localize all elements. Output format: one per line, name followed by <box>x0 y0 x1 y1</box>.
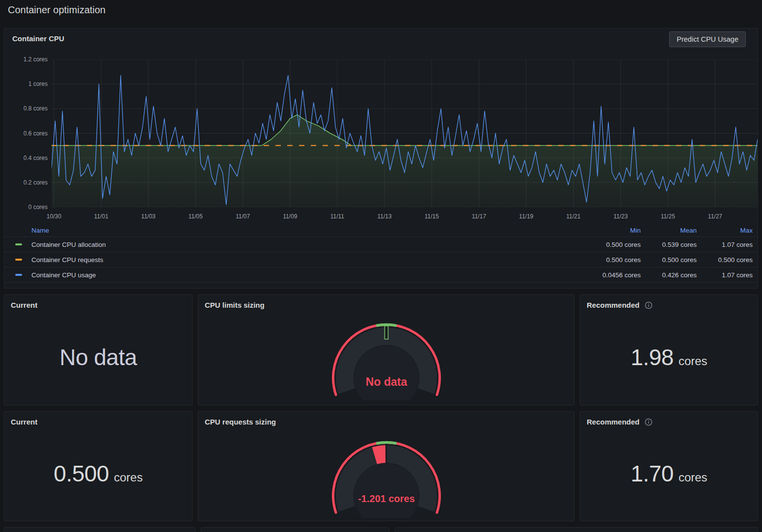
series-swatch-usage <box>15 274 22 276</box>
x-tick-label: 11/19 <box>519 213 533 220</box>
x-tick-label: 11/25 <box>661 213 675 220</box>
recommended-limit-value: 1.98 cores <box>630 344 707 371</box>
usage-max: 1.07 cores <box>697 271 753 279</box>
requests-mean: 0.500 cores <box>641 256 697 264</box>
legend-row-usage: Container CPU usage 0.0456 cores 0.426 c… <box>4 267 758 283</box>
panel-title-current-limit: Current <box>11 301 37 309</box>
x-tick-label: 11/27 <box>708 213 722 220</box>
current-request-number: 0.500 <box>54 460 109 487</box>
panel-current-request: Current 0.500 cores <box>4 411 192 521</box>
legend-header-mean[interactable]: Mean <box>641 227 697 234</box>
info-icon[interactable] <box>645 418 653 426</box>
page-title: Container optimization <box>8 4 106 16</box>
x-tick-label: 11/05 <box>189 213 203 220</box>
cpu-time-series-chart[interactable] <box>52 59 758 207</box>
series-swatch-allocation <box>15 243 22 245</box>
y-tick-label: 1 cores <box>4 80 48 88</box>
panel-recommended-request: Recommended 1.70 cores <box>580 411 758 521</box>
x-tick-label: 11/01 <box>94 213 108 220</box>
x-tick-label: 11/13 <box>378 213 392 220</box>
panel-title-recommended-request: Recommended <box>587 418 640 426</box>
y-tick-label: 0.2 cores <box>4 179 48 186</box>
series-label-requests[interactable]: Container CPU requests <box>31 256 585 264</box>
allocation-mean: 0.539 cores <box>641 241 697 248</box>
series-label-usage[interactable]: Container CPU usage <box>31 271 585 279</box>
panel-cpu-limits-sizing: CPU limits sizing No data <box>198 294 574 405</box>
x-tick-label: 10/30 <box>47 213 61 220</box>
panel-title-recommended-limit: Recommended <box>587 301 640 309</box>
legend-swatch-spacer <box>15 230 22 232</box>
legend-header-name[interactable]: Name <box>31 227 585 234</box>
gauge-value-text: -1.201 cores <box>358 493 415 504</box>
requests-max: 0.500 cores <box>697 256 753 264</box>
current-limit-value: No data <box>59 344 137 371</box>
legend-row-requests: Container CPU requests 0.500 cores 0.500… <box>4 252 758 267</box>
legend-row-allocation: Container CPU allocation 0.500 cores 0.5… <box>4 237 758 252</box>
panel-title-current-request: Current <box>11 418 37 426</box>
partial-panel-1 <box>4 527 195 532</box>
y-axis-labels: 1.2 cores1 cores0.8 cores0.6 cores0.4 co… <box>4 28 48 215</box>
current-request-value: 0.500 cores <box>54 460 142 487</box>
panel-recommended-limit: Recommended 1.98 cores <box>580 294 758 405</box>
panel-container-cpu: Container CPU Predict CPU Usage 1.2 core… <box>4 28 758 289</box>
allocation-max: 1.07 cores <box>697 241 753 248</box>
x-tick-label: 11/11 <box>330 213 344 220</box>
partial-panel-3 <box>395 527 758 532</box>
requests-min: 0.500 cores <box>585 256 641 264</box>
x-tick-label: 11/09 <box>283 213 297 220</box>
x-tick-label: 11/21 <box>566 213 580 220</box>
usage-min: 0.0456 cores <box>585 271 641 279</box>
y-tick-label: 0.4 cores <box>4 154 48 162</box>
recommended-request-unit: cores <box>679 471 708 484</box>
series-label-allocation[interactable]: Container CPU allocation <box>31 241 585 248</box>
y-tick-label: 1.2 cores <box>4 55 48 63</box>
recommended-request-value: 1.70 cores <box>630 460 707 487</box>
usage-mean: 0.426 cores <box>641 271 697 279</box>
x-axis-labels: 10/3011/0111/0311/0511/0711/0911/1111/13… <box>4 213 758 222</box>
cpu-limits-gauge: No data <box>327 323 445 400</box>
x-tick-label: 11/07 <box>236 213 250 220</box>
legend-header-min[interactable]: Min <box>585 227 641 234</box>
x-tick-label: 11/23 <box>613 213 627 220</box>
y-tick-label: 0 cores <box>4 203 48 211</box>
current-request-unit: cores <box>114 471 143 484</box>
grafana-dashboard: Container optimization Container CPU Pre… <box>0 0 762 532</box>
predict-cpu-usage-button[interactable]: Predict CPU Usage <box>669 31 746 47</box>
info-icon[interactable] <box>645 301 653 309</box>
y-tick-label: 0.6 cores <box>4 130 48 137</box>
allocation-min: 0.500 cores <box>585 241 641 248</box>
legend-header-max[interactable]: Max <box>697 227 753 234</box>
recommended-limit-number: 1.98 <box>630 344 674 371</box>
panel-title-cpu-limits-sizing: CPU limits sizing <box>205 301 265 309</box>
x-tick-label: 11/03 <box>141 213 156 220</box>
series-swatch-requests <box>15 259 22 261</box>
recommended-request-number: 1.70 <box>630 460 674 487</box>
x-tick-label: 11/17 <box>472 213 486 220</box>
recommended-limit-unit: cores <box>679 354 708 368</box>
current-limit-number: No data <box>59 344 137 371</box>
legend-header-row: Name Min Mean Max <box>4 224 758 237</box>
partial-panel-2 <box>201 527 389 532</box>
panel-title-cpu-requests-sizing: CPU requests sizing <box>205 418 276 426</box>
y-tick-label: 0.8 cores <box>4 105 48 112</box>
panel-cpu-requests-sizing: CPU requests sizing -1.201 cores <box>198 411 574 521</box>
cpu-requests-gauge: -1.201 cores <box>327 441 445 518</box>
gauge-value-text: No data <box>366 375 408 388</box>
x-tick-label: 11/15 <box>425 213 439 220</box>
panel-current-limit: Current No data <box>4 294 192 405</box>
chart-legend: Name Min Mean Max Container CPU allocati… <box>4 224 758 283</box>
